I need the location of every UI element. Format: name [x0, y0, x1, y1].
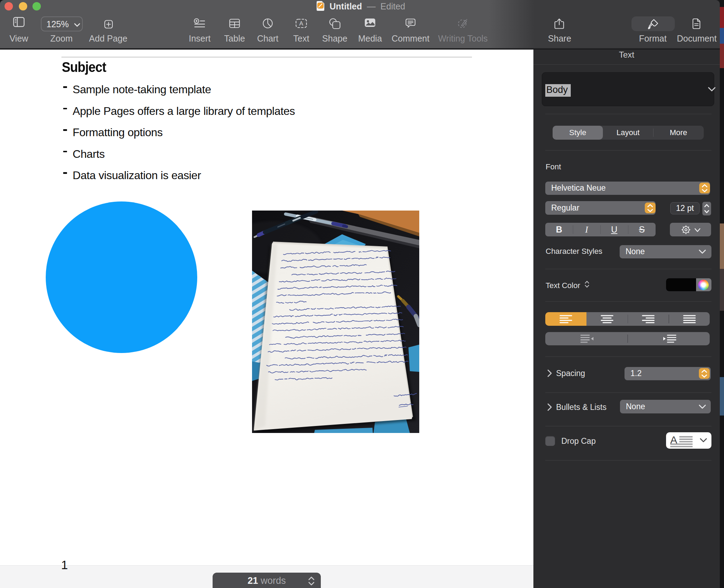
- svg-text:A: A: [299, 20, 303, 27]
